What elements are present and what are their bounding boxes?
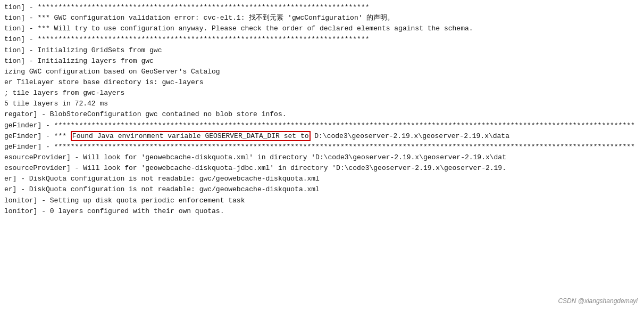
log-line: lonitor] - Setting up disk quota periodi…	[4, 195, 640, 206]
log-line: er TileLayer store base directory is: gw…	[4, 77, 640, 88]
log-line: esourceProvider] - Will look for 'geoweb…	[4, 152, 640, 163]
log-line: regator] - BlobStoreConfiguration gwc co…	[4, 109, 640, 120]
log-line: esourceProvider] - Will look for 'geoweb…	[4, 163, 640, 174]
log-line: tion] - Initializing layers from gwc	[4, 56, 640, 67]
log-line: 5 tile layers in 72.42 ms	[4, 99, 640, 109]
log-line: izing GWC configuration based on GeoServ…	[4, 67, 640, 77]
log-line: tion] - ********************************…	[4, 34, 640, 45]
log-line: tion] - ********************************…	[4, 2, 640, 13]
log-line: geFinder] - ****************************…	[4, 120, 640, 131]
log-line: geFinder] - ****************************…	[4, 142, 640, 152]
log-line: ; tile layers from gwc-layers	[4, 88, 640, 99]
highlighted-text: Found Java environment variable GEOSERVE…	[71, 131, 311, 141]
watermark: CSDN @xiangshangdemayi	[558, 297, 638, 305]
log-line-suffix: D:\code3\geoserver-2.19.x\geoserver-2.19…	[311, 132, 509, 140]
log-line: geFinder] - *** Found Java environment v…	[4, 131, 640, 142]
log-line: er] - DiskQuota configuration is not rea…	[4, 184, 640, 195]
log-line: tion] - *** Will try to use configuratio…	[4, 23, 640, 34]
log-line: lonitor] - 0 layers configured with thei…	[4, 206, 640, 217]
log-line-prefix: geFinder] - ***	[4, 132, 71, 140]
log-line: tion] - Initializing GridSets from gwc	[4, 45, 640, 56]
log-line: er] - DiskQuota configuration is not rea…	[4, 174, 640, 184]
log-lines: tion] - ********************************…	[4, 2, 640, 217]
log-container: tion] - ********************************…	[0, 0, 644, 310]
log-line: tion] - *** GWC configuration validation…	[4, 13, 640, 23]
